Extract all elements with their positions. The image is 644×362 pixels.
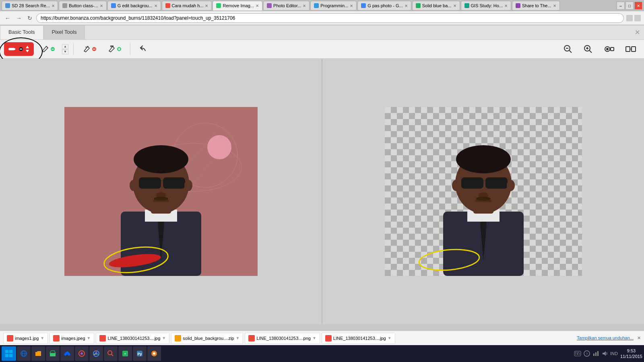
download-item-5[interactable]: LINE_138030141253....png ▼ [245,333,320,344]
browser-tab-4[interactable]: Cara mudah h... ✕ [162,1,212,10]
browser-tab-10[interactable]: GIS Study: Ho... ✕ [461,1,511,10]
ie-taskbar-button[interactable] [17,346,31,361]
browser-tab-7[interactable]: Programmin... ✕ [310,1,357,10]
svg-marker-106 [603,351,606,356]
view-original-icon [603,44,615,54]
download-item-1[interactable]: images1.jpg ▼ [3,333,48,344]
chrome-icon [93,350,100,357]
search-taskbar-button[interactable] [104,346,118,361]
size-stepper: ▲ ▼ [62,44,68,54]
window-controls: – □ ✕ [617,2,642,10]
download-arrow-6[interactable]: ▼ [388,336,392,340]
brush-tool-button[interactable] [4,42,34,56]
zoom-out-button[interactable] [559,42,576,56]
app-taskbar-button[interactable]: + [118,346,132,361]
download-arrow-1[interactable]: ▼ [40,336,44,340]
svg-point-66 [476,197,491,201]
svg-rect-16 [119,48,120,50]
explorer-taskbar-button[interactable] [31,346,45,361]
store-taskbar-button[interactable] [46,346,60,361]
browser-tab-6[interactable]: Photo Editor... ✕ [263,1,310,10]
right-image[interactable] [385,107,582,276]
view-result-button[interactable] [621,42,640,56]
back-button[interactable]: ← [3,14,12,22]
jpg-icon-1 [7,335,13,341]
chrome-taskbar-button[interactable] [89,346,103,361]
start-button[interactable] [2,346,16,361]
size-up-button[interactable]: ▲ [62,44,68,49]
python-taskbar-button[interactable]: Py [133,346,147,361]
undo-button[interactable] [135,42,152,56]
browser-tab-1[interactable]: SD 28 Search Re... ✕ [2,1,58,10]
tab-bar: SD 28 Search Re... ✕ Button class-... ✕ … [0,0,644,11]
restore-plus-button[interactable] [103,43,125,56]
jpg-icon-2 [53,335,60,341]
browser-tab-3[interactable]: G edit backgrou... ✕ [107,1,161,10]
taskbar: + Py ? [0,345,644,362]
svg-point-82 [95,352,97,355]
browser-tab-5-active[interactable]: Remove Imag... ✕ [213,1,262,10]
svg-rect-99 [577,354,578,354]
svg-text:Py: Py [137,352,142,356]
color-taskbar-button[interactable] [75,346,89,361]
brush-icon [8,45,17,53]
clock: 9:53 11/11/2015 [620,348,642,360]
undo-icon [139,44,149,54]
bookmark-icon [626,15,633,21]
browser-taskbar-button[interactable] [147,346,161,361]
help-taskbar-icon: ? [584,350,590,357]
download-bar-close[interactable]: ✕ [637,335,641,340]
zoom-in-button[interactable] [580,42,597,56]
view-original-button[interactable] [600,42,618,56]
svg-rect-26 [611,47,614,51]
browser-tab-9[interactable]: Solid blue ba... ✕ [412,1,460,10]
app-container: Basic Tools Pixel Tools ✕ [0,25,644,324]
tool-separator-2 [130,43,130,55]
svg-point-41 [134,145,188,173]
tab-basic-tools[interactable]: Basic Tools [0,25,43,39]
svg-rect-68 [5,350,8,353]
svg-point-80 [80,352,83,355]
erase-minus-button[interactable] [37,43,59,56]
size-down-button[interactable]: ▼ [62,49,68,54]
download-item-2[interactable]: images.jpeg ▼ [50,333,94,344]
python-icon: Py [136,350,143,357]
maximize-button[interactable]: □ [625,2,634,10]
svg-line-85 [94,354,95,355]
jpg-icon-6 [325,335,332,341]
minus-icon-2 [50,47,55,51]
svg-point-49 [154,197,168,201]
download-arrow-5[interactable]: ▼ [312,336,316,340]
tab-pixel-tools[interactable]: Pixel Tools [43,25,85,39]
download-arrow-4[interactable]: ▼ [235,336,239,340]
browser-tab-8[interactable]: G pas photo - G... ✕ [357,1,411,10]
restore-minus-button[interactable] [78,43,100,56]
svg-rect-28 [626,47,630,51]
download-item-4[interactable]: solid_blue_backgrou....zip ▼ [171,333,243,344]
right-image-wrapper [385,107,582,276]
browser-tab-2[interactable]: Button class-... ✕ [59,1,107,10]
download-item-6[interactable]: LINE_138030141253....jpg ▼ [322,333,395,344]
svg-rect-98 [575,354,576,354]
svg-text:+: + [124,352,126,356]
minimize-button[interactable]: – [617,2,625,10]
address-bar[interactable] [36,13,624,23]
show-all-downloads[interactable]: Tampilkan semua unduhan... ✕ [577,335,641,341]
svg-marker-5 [26,46,29,48]
dropbox-taskbar-button[interactable] [60,346,74,361]
dropbox-icon [64,350,71,357]
download-item-3[interactable]: LINE_138030141253....jpg ▼ [96,333,169,344]
forward-button[interactable]: → [14,14,23,22]
close-button[interactable]: ✕ [634,2,642,10]
app-close-icon[interactable]: ✕ [631,25,644,39]
browser-tab-11[interactable]: Share to The... ✕ [512,1,560,10]
search-taskbar-icon [107,350,114,357]
brush-tool-container [4,42,34,56]
svg-point-25 [606,48,609,50]
left-image[interactable] [64,107,258,276]
svg-point-50 [207,135,231,159]
svg-rect-100 [579,354,580,354]
reload-button[interactable]: ↻ [26,14,34,22]
download-arrow-3[interactable]: ▼ [162,336,166,340]
download-arrow-2[interactable]: ▼ [87,336,91,340]
